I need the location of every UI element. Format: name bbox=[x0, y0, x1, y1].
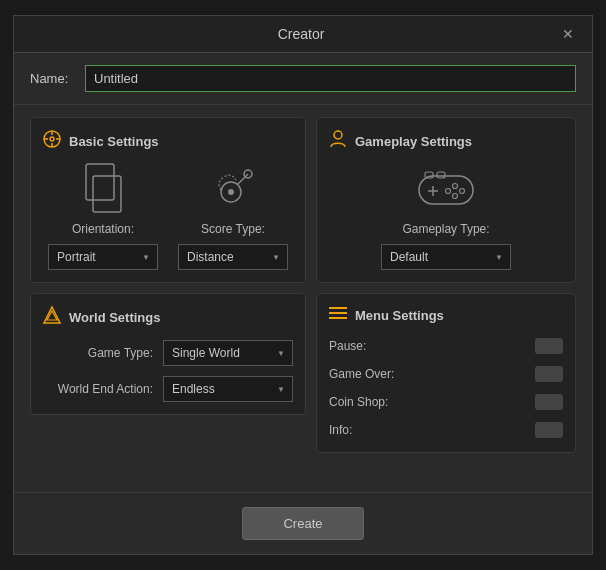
dialog-title: Creator bbox=[46, 26, 556, 42]
menu-settings-icon bbox=[329, 306, 347, 324]
pause-label: Pause: bbox=[329, 339, 366, 353]
world-settings-header: World Settings bbox=[43, 306, 293, 328]
gameplay-type-select-wrapper: Default Arcade Casual bbox=[381, 244, 511, 270]
name-label: Name: bbox=[30, 71, 75, 86]
world-end-row: World End Action: Endless Loop Stop bbox=[43, 376, 293, 402]
svg-marker-12 bbox=[44, 307, 60, 323]
svg-point-18 bbox=[453, 184, 458, 189]
basic-settings-header: Basic Settings bbox=[43, 130, 293, 152]
basic-settings-icon bbox=[43, 130, 61, 152]
game-type-row: Game Type: Single World Multi World bbox=[43, 340, 293, 366]
svg-point-20 bbox=[453, 194, 458, 199]
pause-toggle[interactable] bbox=[535, 338, 563, 354]
coinshop-label: Coin Shop: bbox=[329, 395, 388, 409]
world-settings-icon bbox=[43, 306, 61, 328]
name-input[interactable] bbox=[85, 65, 576, 92]
gameplay-type-label: Gameplay Type: bbox=[402, 222, 489, 236]
svg-line-10 bbox=[238, 174, 248, 184]
menu-settings-panel: Menu Settings Pause: Game Over: Coin Sho… bbox=[316, 293, 576, 453]
menu-settings-header: Menu Settings bbox=[329, 306, 563, 324]
gameplay-settings-icon bbox=[329, 130, 347, 152]
game-type-select[interactable]: Single World Multi World bbox=[163, 340, 293, 366]
gameover-toggle[interactable] bbox=[535, 366, 563, 382]
orientation-select[interactable]: Portrait Landscape bbox=[48, 244, 158, 270]
creator-dialog: Creator ✕ Name: bbox=[13, 15, 593, 555]
gamepad-icon-container bbox=[416, 164, 476, 214]
world-end-select-wrapper: Endless Loop Stop bbox=[163, 376, 293, 402]
menu-settings-title: Menu Settings bbox=[355, 308, 444, 323]
svg-rect-6 bbox=[86, 164, 114, 200]
close-button[interactable]: ✕ bbox=[556, 24, 580, 44]
basic-settings-body: Orientation: Portrait Landscape bbox=[43, 164, 293, 270]
create-button[interactable]: Create bbox=[242, 507, 363, 540]
svg-point-1 bbox=[50, 137, 54, 141]
left-panels: Basic Settings Orientation: bbox=[30, 117, 306, 480]
orientation-label: Orientation: bbox=[72, 222, 134, 236]
score-type-col: Score Type: Distance Points Time bbox=[178, 164, 288, 270]
svg-rect-7 bbox=[93, 176, 121, 212]
pause-row: Pause: bbox=[329, 336, 563, 356]
basic-settings-panel: Basic Settings Orientation: bbox=[30, 117, 306, 283]
title-bar: Creator ✕ bbox=[14, 16, 592, 53]
menu-settings-body: Pause: Game Over: Coin Shop: Info: bbox=[329, 336, 563, 440]
gameplay-type-select[interactable]: Default Arcade Casual bbox=[381, 244, 511, 270]
orientation-select-wrapper: Portrait Landscape bbox=[48, 244, 158, 270]
score-type-select-wrapper: Distance Points Time bbox=[178, 244, 288, 270]
world-settings-title: World Settings bbox=[69, 310, 160, 325]
coinshop-toggle[interactable] bbox=[535, 394, 563, 410]
basic-settings-title: Basic Settings bbox=[69, 134, 159, 149]
info-label: Info: bbox=[329, 423, 352, 437]
gameplay-settings-title: Gameplay Settings bbox=[355, 134, 472, 149]
svg-rect-23 bbox=[437, 172, 445, 178]
world-settings-panel: World Settings Game Type: Single World M… bbox=[30, 293, 306, 415]
gameplay-settings-header: Gameplay Settings bbox=[329, 130, 563, 152]
score-type-select[interactable]: Distance Points Time bbox=[178, 244, 288, 270]
info-toggle[interactable] bbox=[535, 422, 563, 438]
score-type-label: Score Type: bbox=[201, 222, 265, 236]
gameover-label: Game Over: bbox=[329, 367, 394, 381]
svg-point-9 bbox=[228, 189, 234, 195]
footer: Create bbox=[14, 492, 592, 554]
svg-point-19 bbox=[460, 189, 465, 194]
svg-point-14 bbox=[334, 131, 342, 139]
orientation-icon-container bbox=[73, 164, 133, 214]
info-row: Info: bbox=[329, 420, 563, 440]
world-end-select[interactable]: Endless Loop Stop bbox=[163, 376, 293, 402]
game-type-select-wrapper: Single World Multi World bbox=[163, 340, 293, 366]
panels-container: Basic Settings Orientation: bbox=[14, 105, 592, 492]
name-row: Name: bbox=[14, 53, 592, 105]
right-panels: Gameplay Settings bbox=[316, 117, 576, 480]
game-type-label: Game Type: bbox=[43, 346, 153, 360]
coinshop-row: Coin Shop: bbox=[329, 392, 563, 412]
gameplay-settings-panel: Gameplay Settings bbox=[316, 117, 576, 283]
svg-point-21 bbox=[446, 189, 451, 194]
gameplay-settings-body: Gameplay Type: Default Arcade Casual bbox=[329, 164, 563, 270]
world-end-label: World End Action: bbox=[43, 382, 153, 396]
gameover-row: Game Over: bbox=[329, 364, 563, 384]
world-settings-body: Game Type: Single World Multi World Worl… bbox=[43, 340, 293, 402]
score-type-icon-container bbox=[203, 164, 263, 214]
orientation-col: Orientation: Portrait Landscape bbox=[48, 164, 158, 270]
